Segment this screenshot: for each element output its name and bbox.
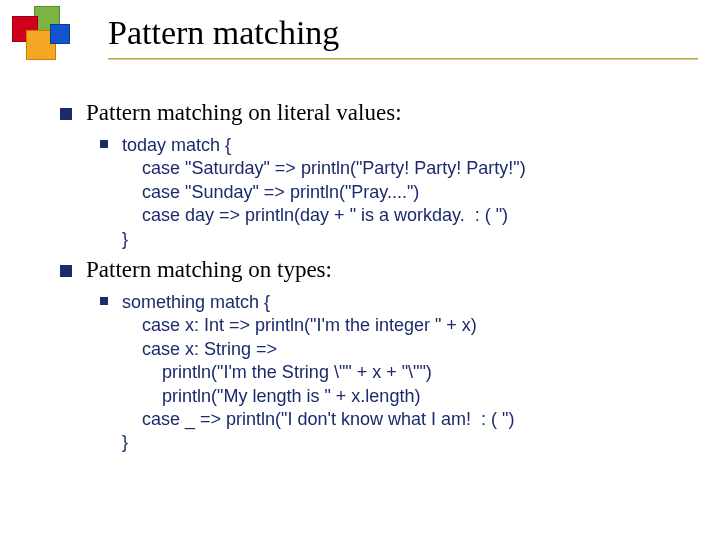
bullet-icon — [60, 265, 72, 277]
bullet-heading: Pattern matching on literal values: — [86, 100, 402, 126]
bullet-icon — [100, 140, 108, 148]
slide-body: Pattern matching on literal values: toda… — [60, 100, 710, 461]
slide: Pattern matching Pattern matching on lit… — [0, 0, 720, 540]
slide-title: Pattern matching — [108, 14, 700, 52]
title-container: Pattern matching — [108, 14, 700, 52]
title-underline — [108, 58, 698, 59]
sub-bullet-1: today match { case "Saturday" => println… — [100, 134, 710, 251]
slide-logo — [6, 6, 94, 66]
bullet-icon — [60, 108, 72, 120]
bullet-heading: Pattern matching on types: — [86, 257, 332, 283]
bullet-item-1: Pattern matching on literal values: — [60, 100, 710, 126]
bullet-item-2: Pattern matching on types: — [60, 257, 710, 283]
code-block: today match { case "Saturday" => println… — [122, 134, 526, 251]
code-block: something match { case x: Int => println… — [122, 291, 514, 455]
logo-square-blue — [50, 24, 70, 44]
bullet-icon — [100, 297, 108, 305]
sub-bullet-2: something match { case x: Int => println… — [100, 291, 710, 455]
